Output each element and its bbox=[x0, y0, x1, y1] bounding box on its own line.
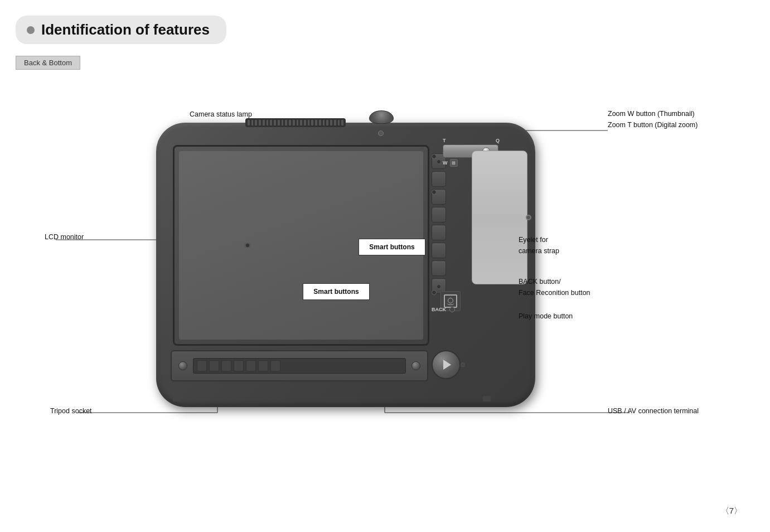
slot-notch-4 bbox=[234, 360, 244, 371]
shutter-button[interactable] bbox=[369, 110, 394, 124]
camera-body: Smart buttons Smart buttons T Q bbox=[156, 123, 535, 407]
tripod-foot-left bbox=[173, 396, 181, 402]
strap-panel bbox=[472, 151, 527, 284]
slot-notch-5 bbox=[246, 360, 256, 371]
zoom-buttons-label: Zoom W button (Thumbnail) Zoom T button … bbox=[608, 108, 698, 130]
back-button-circle[interactable] bbox=[449, 307, 455, 312]
side-buttons-panel bbox=[432, 153, 446, 298]
zoom-q-label: Q bbox=[496, 138, 500, 143]
slot-notch-6 bbox=[258, 360, 268, 371]
bottom-slot bbox=[193, 358, 406, 374]
slot-notch-7 bbox=[270, 360, 280, 371]
slot-notch-2 bbox=[209, 360, 219, 371]
play-icon bbox=[443, 360, 451, 370]
back-button-area: BACK bbox=[432, 307, 455, 312]
page-title: Identification of features bbox=[41, 21, 210, 38]
screw-right bbox=[411, 361, 420, 370]
strap-dot bbox=[526, 215, 531, 220]
eyelet-label: Eyelet for camera strap bbox=[519, 234, 559, 257]
side-button-6[interactable] bbox=[432, 243, 446, 258]
play-button[interactable] bbox=[432, 350, 461, 379]
page-header: Identification of features bbox=[16, 16, 226, 44]
speaker-grill bbox=[245, 118, 346, 127]
tripod-socket-label: Tripod socket bbox=[50, 407, 92, 415]
lcd-dot bbox=[245, 243, 250, 248]
side-button-2[interactable] bbox=[432, 171, 446, 187]
tripod-foot-right bbox=[483, 396, 491, 402]
usb-av-label: USB / AV connection terminal bbox=[608, 407, 699, 415]
zoom-w-label: W bbox=[443, 160, 448, 166]
side-button-7[interactable] bbox=[432, 260, 446, 276]
bottom-port-row bbox=[171, 350, 428, 381]
face-icon-inner bbox=[444, 294, 457, 308]
side-button-4[interactable] bbox=[432, 207, 446, 223]
smart-buttons-label-1: Smart buttons bbox=[359, 239, 425, 255]
side-indicator-3 bbox=[432, 290, 437, 295]
screw-left bbox=[178, 361, 187, 370]
play-mode-label: Play mode button bbox=[519, 312, 573, 320]
smart-buttons-label-2: Smart buttons bbox=[303, 283, 370, 300]
camera-diagram: Smart buttons Smart buttons T Q bbox=[45, 78, 725, 502]
back-label: BACK bbox=[432, 307, 446, 312]
lcd-monitor-label: LCD monitor bbox=[45, 233, 84, 241]
section-tab: Back & Bottom bbox=[16, 56, 80, 70]
slot-notch-1 bbox=[197, 360, 207, 371]
slot-notch-3 bbox=[221, 360, 231, 371]
side-indicator-2 bbox=[432, 190, 437, 195]
side-indicator-1 bbox=[432, 154, 437, 159]
zoom-w-icon: ⊠ bbox=[450, 159, 458, 167]
camera-status-lamp-label: Camera status lamp bbox=[190, 110, 252, 118]
header-dot bbox=[27, 26, 35, 34]
page-number: 〈7〉 bbox=[721, 506, 742, 516]
status-lamp bbox=[378, 130, 384, 136]
play-dot bbox=[461, 362, 465, 367]
side-button-5[interactable] bbox=[432, 225, 446, 240]
back-button-label: BACK button/ Face Reconition button bbox=[519, 276, 590, 298]
zoom-t-label: T bbox=[443, 138, 446, 143]
lcd-screen: Smart buttons Smart buttons bbox=[173, 145, 429, 346]
